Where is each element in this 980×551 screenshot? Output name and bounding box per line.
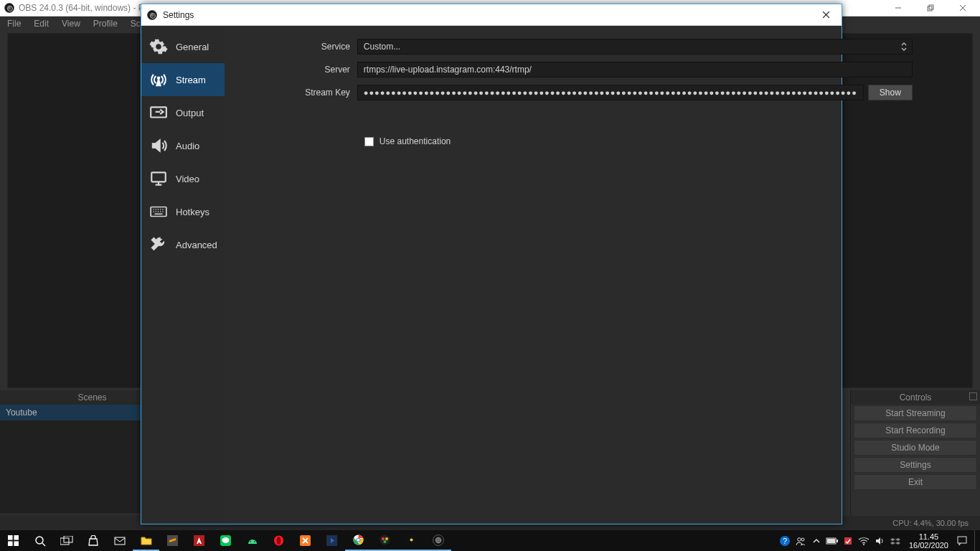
speaker-icon [149,136,169,156]
settings-sidebar: General Stream Output Audio [141,26,225,524]
taskbar-app-opera[interactable] [265,530,292,551]
settings-nav-output[interactable]: Output [141,96,225,129]
svg-point-43 [357,539,360,542]
taskbar-app-store[interactable] [80,530,106,551]
settings-close-button[interactable] [810,4,842,26]
svg-point-34 [222,537,230,543]
stream-key-input[interactable]: ●●●●●●●●●●●●●●●●●●●●●●●●●●●●●●●●●●●●●●●●… [357,85,864,100]
taskbar-app-generic1[interactable] [319,530,345,551]
close-button[interactable] [946,0,979,16]
settings-nav-general[interactable]: General [141,30,225,63]
start-button[interactable] [0,530,27,551]
clock-time: 11.45 [909,532,948,541]
search-button[interactable] [27,530,53,551]
obs-logo-icon [4,3,14,13]
taskbar-app-chrome[interactable] [345,530,372,551]
antenna-icon [149,70,169,90]
svg-rect-57 [844,537,852,545]
show-stream-key-button[interactable]: Show [868,85,913,100]
settings-nav-video[interactable]: Video [141,162,225,195]
svg-point-36 [254,541,255,542]
taskbar-app-generic3[interactable] [398,530,425,551]
taskbar-app-android[interactable] [239,530,265,551]
stream-key-mask: ●●●●●●●●●●●●●●●●●●●●●●●●●●●●●●●●●●●●●●●●… [364,88,857,97]
output-icon [149,103,169,123]
svg-rect-23 [14,535,19,540]
use-authentication-checkbox[interactable] [364,137,374,146]
nav-label: General [176,42,209,52]
service-label: Service [232,42,357,52]
svg-rect-9 [151,172,166,182]
svg-point-45 [382,537,385,540]
nav-label: Audio [176,141,199,151]
svg-rect-29 [64,536,72,542]
windows-taskbar: ? 11.45 16/02/2020 [0,530,980,551]
use-authentication-label: Use authentication [380,136,451,146]
taskbar-app-generic2[interactable] [372,530,398,551]
server-label: Server [232,65,357,75]
svg-point-53 [801,538,804,541]
taskbar-app-xampp[interactable] [292,530,319,551]
svg-rect-1 [928,6,932,11]
server-input[interactable] [357,62,913,77]
nav-label: Advanced [176,240,217,250]
settings-nav-advanced[interactable]: Advanced [141,228,225,261]
svg-rect-28 [60,538,69,545]
nav-label: Hotkeys [176,207,209,217]
tray-chevron-up-icon[interactable] [810,530,823,551]
taskbar-app-adobe[interactable] [186,530,212,551]
tray-battery-icon[interactable] [826,530,839,551]
service-value: Custom... [364,42,400,52]
svg-point-38 [277,537,281,545]
tray-security-icon[interactable] [842,530,854,551]
taskbar-app-line[interactable] [212,530,239,551]
settings-nav-audio[interactable]: Audio [141,129,225,162]
stream-key-label: Stream Key [232,88,357,98]
settings-nav-stream[interactable]: Stream [141,63,225,96]
svg-point-26 [36,537,43,544]
svg-point-52 [798,537,801,541]
taskbar-app-sublime[interactable] [159,530,186,551]
tray-wifi-icon[interactable] [857,530,870,551]
svg-point-46 [385,537,388,540]
svg-text:?: ? [783,537,787,545]
svg-rect-25 [14,541,19,546]
minimize-button[interactable] [882,0,914,16]
svg-rect-22 [8,535,13,540]
nav-label: Video [176,174,199,184]
settings-nav-hotkeys[interactable]: Hotkeys [141,195,225,228]
tray-dropbox-icon[interactable] [889,530,902,551]
show-desktop-button[interactable] [974,530,979,551]
taskbar-clock[interactable]: 11.45 16/02/2020 [905,531,953,551]
svg-point-44 [380,535,390,545]
action-center-icon[interactable] [956,530,969,551]
svg-point-49 [410,539,413,542]
svg-rect-56 [827,539,835,543]
svg-rect-24 [8,541,13,546]
svg-rect-55 [837,540,838,542]
service-dropdown[interactable]: Custom... [357,39,913,55]
settings-dialog: Settings General Stream [141,4,842,524]
tray-people-icon[interactable] [794,530,807,551]
svg-point-35 [250,541,251,542]
svg-point-47 [384,540,387,543]
tray-volume-icon[interactable] [873,530,886,551]
settings-titlebar[interactable]: Settings [141,4,842,26]
svg-line-27 [42,543,45,546]
taskbar-app-mail[interactable] [106,530,133,551]
taskbar-app-explorer[interactable] [133,530,159,551]
monitor-icon [149,169,169,189]
svg-rect-30 [115,537,125,545]
tray-help-icon[interactable]: ? [778,530,791,551]
svg-point-58 [863,544,864,545]
keyboard-icon [149,202,169,222]
clock-date: 16/02/2020 [909,541,948,550]
task-view-button[interactable] [53,530,80,551]
settings-content-stream: Service Custom... Server Stream [225,26,928,524]
settings-obs-logo-icon [147,10,157,20]
gear-icon [149,37,169,57]
svg-rect-59 [958,537,966,543]
taskbar-app-obs[interactable] [425,530,451,551]
maximize-button[interactable] [914,0,946,16]
settings-title: Settings [163,10,194,20]
